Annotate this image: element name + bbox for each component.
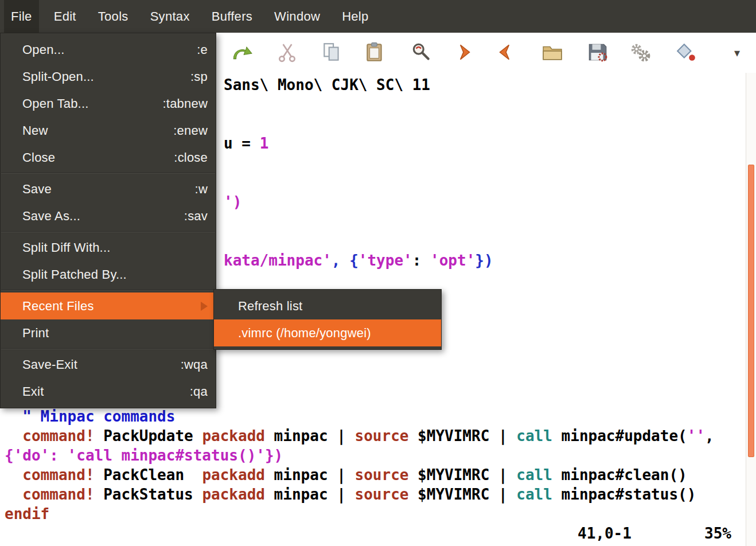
menu-item-save[interactable]: Save :w [1,176,216,202]
build-button[interactable] [629,41,651,63]
load-session-button[interactable] [541,41,563,63]
code-line: command! PackClean packadd minpac | sour… [5,465,687,485]
cut-button[interactable] [276,41,298,63]
menu-item-label: Refresh list [238,299,302,314]
menu-item-open-tab[interactable]: Open Tab... :tabnew [1,90,216,117]
code-segment: $MYVIMRC [418,486,489,503]
paste-icon [364,55,385,65]
code-segment: ') [224,193,241,210]
find-next-button[interactable] [453,41,475,63]
find-next-icon [453,55,475,65]
copy-icon [321,55,343,65]
code-segment: 1 [260,135,269,152]
code-segment: 'opt' [430,252,475,269]
code-segment: minpac | [265,427,355,444]
menu-item-recent-vimrc[interactable]: .vimrc (/home/yongwei) [214,319,441,346]
menu-item-label: Exit [22,384,44,399]
code-segment [5,427,22,444]
code-segment: " Minpac commands [22,408,175,425]
menu-item-split-open[interactable]: Split-Open... :sp [1,63,216,90]
menubar-item-syntax[interactable]: Syntax [143,0,197,33]
code-segment: | [489,427,516,444]
menu-item-split-patched-by[interactable]: Split Patched By... [1,261,216,288]
menu-item-save-as[interactable]: Save As... :sav [1,202,216,229]
menubar: File Edit Tools Syntax Buffers Window He… [0,0,756,33]
menubar-item-buffers[interactable]: Buffers [205,0,259,33]
code-segment: , [705,427,714,444]
menu-item-save-exit[interactable]: Save-Exit :wqa [1,351,216,378]
menubar-item-edit[interactable]: Edit [47,0,83,33]
menu-separator [1,348,215,349]
menu-item-close[interactable]: Close :close [1,144,216,171]
menu-item-split-diff-with[interactable]: Split Diff With... [1,234,216,261]
code-segment: }) [475,252,493,269]
menu-item-refresh-list[interactable]: Refresh list [214,292,441,319]
status-ruler: 41,0-1 [578,524,632,543]
code-line: ') [224,192,241,212]
menu-item-label: Close [22,150,55,165]
menu-item-accel: :wqa [181,357,208,372]
toolbar-overflow-button[interactable]: ▾ [727,45,747,60]
code-segment: $MYVIMRC [418,466,489,483]
find-replace-button[interactable] [410,41,432,63]
code-segment: minpac#clean() [552,466,687,483]
code-segment: 'type' [358,252,412,269]
menu-item-label: Open... [22,42,65,57]
menu-item-label: Recent Files [22,299,94,314]
scrollbar-thumb[interactable] [748,165,754,457]
code-line: Sans\ Mono\ CJK\ SC\ 11 [224,75,430,95]
code-segment [408,427,418,444]
code-segment: minpac#update( [552,427,687,444]
menubar-item-help[interactable]: Help [335,0,375,33]
menu-item-label: Save-Exit [22,357,77,372]
menu-item-recent-files[interactable]: Recent Files [1,292,216,319]
menu-item-print[interactable]: Print [1,319,216,346]
code-segment: minpac | [265,486,355,503]
code-segment: '' [687,427,705,444]
code-segment: | [489,486,516,503]
menu-item-accel: :sp [190,69,208,84]
code-segment: Sans\ Mono\ CJK\ SC\ 11 [224,76,430,93]
menu-item-accel: :enew [173,123,208,138]
code-line: " Minpac commands [5,407,175,426]
code-segment: source [355,427,409,444]
copy-button[interactable] [321,41,343,63]
code-segment: endif [5,505,49,522]
code-segment: source [355,466,409,483]
tag-jump-button[interactable] [676,41,697,63]
code-segment: | [489,466,516,483]
menubar-item-file[interactable]: File [4,0,39,33]
code-line: endif [5,504,49,524]
menu-item-label: Print [22,326,49,341]
menu-item-exit[interactable]: Exit :qa [1,378,216,405]
code-segment: u = [224,135,260,152]
load-session-icon [541,55,563,65]
menu-item-label: .vimrc (/home/yongwei) [238,326,371,341]
redo-button[interactable] [231,41,252,63]
code-line: command! PackUpdate packadd minpac | sou… [5,426,714,446]
save-session-button[interactable] [586,41,608,63]
find-prev-button[interactable] [494,41,516,63]
menu-item-label: Save As... [22,209,80,224]
code-segment: $MYVIMRC [418,427,489,444]
code-segment: packadd [202,427,265,444]
code-segment [408,466,418,483]
code-segment: minpac#status() [552,486,696,503]
submenu-arrow-icon [201,302,208,311]
code-segment: PackUpdate [95,427,202,444]
menubar-item-window[interactable]: Window [267,0,327,33]
paste-button[interactable] [364,41,385,63]
code-segment [5,486,22,503]
find-prev-icon [494,55,516,65]
code-segment: command! [22,486,94,503]
code-segment: PackStatus [95,486,202,503]
code-line: {'do': 'call minpac#status()'}) [5,446,283,465]
menu-item-new[interactable]: New :enew [1,117,216,144]
code-segment: packadd [202,466,265,483]
menu-separator [1,231,215,232]
menu-item-open[interactable]: Open... :e [1,36,216,63]
menu-item-label: Save [22,182,52,197]
menubar-item-tools[interactable]: Tools [91,0,135,33]
scrollbar[interactable] [746,73,756,546]
code-line: kata/minpac', {'type': 'opt'}) [224,251,493,270]
